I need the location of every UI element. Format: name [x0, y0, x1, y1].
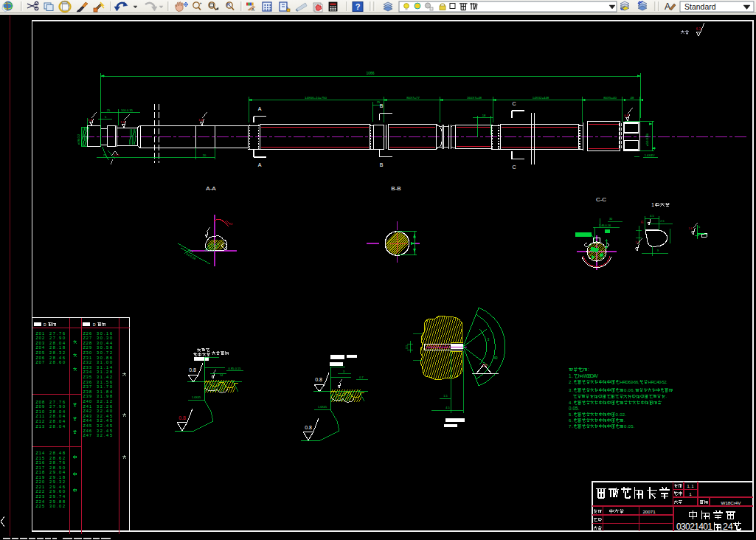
svg-text:0.02.: 0.02.	[616, 412, 627, 417]
svg-text:27.76: 27.76	[49, 400, 65, 404]
svg-text:7.: 7.	[569, 424, 573, 429]
svg-text:29.88: 29.88	[49, 499, 65, 504]
svg-text:25: 25	[640, 220, 644, 224]
svg-text:.: .	[624, 418, 625, 423]
svg-text:Z10: Z10	[36, 409, 45, 414]
svg-text:Z17: Z17	[36, 465, 45, 470]
svg-text:0.8: 0.8	[305, 425, 312, 430]
svg-text:28.62: 28.62	[49, 456, 65, 460]
svg-text:32.45: 32.45	[97, 433, 112, 437]
svg-text:40: 40	[493, 356, 498, 360]
svg-text:0.05.: 0.05.	[624, 424, 635, 429]
svg-text:0.7: 0.7	[359, 376, 363, 379]
svg-text:28.60: 28.60	[49, 360, 65, 364]
svg-text:Z20: Z20	[36, 480, 45, 484]
svg-text:28.04: 28.04	[49, 409, 65, 414]
svg-text:1.5: 1.5	[443, 395, 447, 398]
svg-text:0.85-0.15: 0.85-0.15	[229, 367, 242, 370]
svg-text:Z27: Z27	[83, 336, 92, 340]
svg-text:32.26: 32.26	[97, 404, 112, 409]
svg-text:29.46: 29.46	[49, 485, 65, 489]
svg-text:12.5: 12.5	[114, 154, 119, 157]
svg-text:Z29: Z29	[83, 345, 92, 350]
svg-text:1.6: 1.6	[688, 226, 693, 230]
svg-text:48: 48	[631, 96, 634, 100]
svg-text:Z30: Z30	[83, 350, 92, 355]
svg-text:28.18: 28.18	[49, 345, 65, 350]
svg-text:Z36: Z36	[83, 380, 92, 384]
svg-text:30.02: 30.02	[49, 504, 65, 508]
svg-text:Z04: Z04	[36, 345, 45, 350]
svg-text:1.6: 1.6	[198, 118, 203, 122]
svg-text:30.72: 30.72	[97, 350, 112, 355]
svg-text:Z47: Z47	[83, 433, 92, 437]
svg-text:28.04: 28.04	[49, 341, 65, 345]
svg-text:Z28: Z28	[83, 341, 92, 345]
svg-text:31.00: 31.00	[97, 360, 112, 364]
svg-text:+: +	[199, 1, 202, 5]
svg-text:6.: 6.	[569, 418, 573, 423]
svg-text:0.5: 0.5	[406, 345, 409, 349]
svg-text:1.6: 1.6	[88, 118, 92, 122]
svg-text:80X7=77: 80X7=77	[406, 96, 420, 100]
svg-text:4.5: 4.5	[445, 406, 449, 409]
svg-text:Z37: Z37	[83, 384, 92, 389]
svg-text:1, 1: 1, 1	[687, 484, 693, 488]
svg-text:32.45: 32.45	[97, 429, 112, 433]
svg-text:A-A: A-A	[206, 185, 216, 192]
svg-text:1.6X45: 1.6X45	[318, 406, 327, 409]
svg-text:4.: 4.	[569, 401, 573, 405]
svg-text:31.70: 31.70	[97, 384, 112, 389]
svg-text:5: 5	[105, 115, 107, 119]
svg-text:1.6: 1.6	[120, 120, 125, 124]
svg-text:32.45: 32.45	[97, 423, 112, 428]
svg-text:1: 1	[651, 202, 654, 207]
svg-text:5.: 5.	[569, 412, 573, 417]
svg-text:Z19: Z19	[36, 475, 45, 480]
svg-text:0.8: 0.8	[189, 367, 196, 373]
svg-text:27.90: 27.90	[49, 336, 65, 340]
svg-text:.: .	[665, 394, 667, 398]
svg-text:B-B: B-B	[391, 185, 400, 192]
svg-text:32.40: 32.40	[97, 409, 112, 413]
svg-text:20071: 20071	[642, 509, 656, 514]
svg-text:0.8: 0.8	[178, 415, 186, 420]
svg-text:Z41: Z41	[83, 404, 92, 409]
svg-text:1066: 1066	[366, 71, 374, 75]
svg-text:C-C: C-C	[596, 196, 606, 203]
svg-text:14X32=448: 14X32=448	[533, 96, 549, 100]
svg-text:Z06: Z06	[36, 356, 45, 360]
svg-text:Z18: Z18	[36, 470, 45, 474]
svg-text:9: 9	[657, 249, 659, 252]
svg-text:31.28: 31.28	[97, 370, 112, 374]
svg-text:28.04: 28.04	[49, 414, 65, 418]
svg-text:3.: 3.	[569, 388, 573, 392]
svg-text:Z02: Z02	[36, 336, 45, 340]
svg-text:Standard: Standard	[684, 2, 716, 11]
svg-text:160X7=48: 160X7=48	[467, 96, 482, 100]
svg-text:A: A	[258, 162, 262, 167]
svg-text:27.76: 27.76	[49, 331, 65, 336]
svg-text:4.5: 4.5	[650, 215, 653, 218]
svg-text:32.12: 32.12	[97, 399, 112, 404]
svg-text:Z32: Z32	[83, 360, 92, 364]
svg-text:100-0.35: 100-0.35	[121, 108, 133, 112]
svg-text:0.06,: 0.06,	[624, 388, 635, 392]
svg-text:29.60: 29.60	[49, 489, 65, 494]
svg-text:Z45: Z45	[83, 423, 92, 428]
svg-text:Z39: Z39	[83, 394, 92, 398]
svg-text:Z05: Z05	[36, 350, 45, 355]
svg-text:Z16: Z16	[36, 460, 45, 465]
svg-text:30.58: 30.58	[97, 345, 112, 350]
svg-text:6.3: 6.3	[696, 27, 701, 31]
svg-text:Z35: Z35	[83, 375, 92, 379]
svg-text:Z38: Z38	[83, 390, 92, 394]
svg-text:Z33: Z33	[83, 365, 92, 370]
svg-text:29.32: 29.32	[49, 480, 65, 484]
svg-text:Z34: Z34	[83, 370, 92, 374]
svg-text:31.56: 31.56	[97, 380, 112, 384]
svg-text:0.05.: 0.05.	[569, 406, 580, 411]
svg-text:Z03: Z03	[36, 341, 45, 345]
svg-text:Z23: Z23	[36, 494, 45, 499]
svg-text:Z11: Z11	[36, 414, 45, 418]
